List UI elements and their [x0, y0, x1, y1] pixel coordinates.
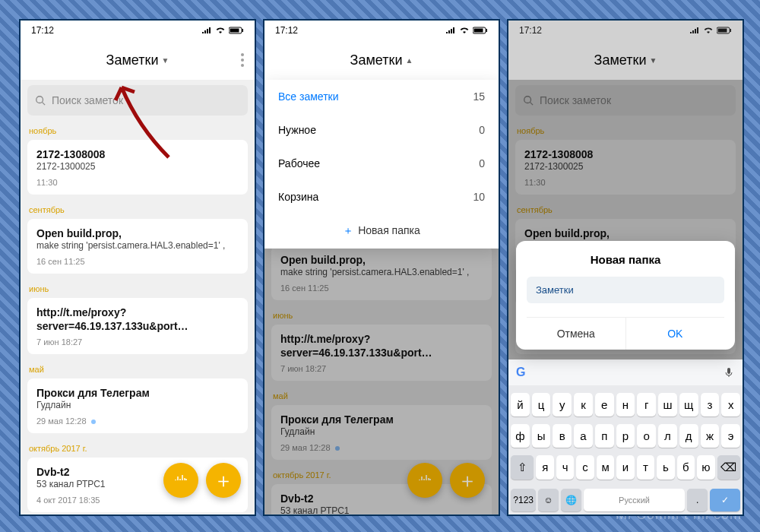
key-letter[interactable]: э	[721, 424, 740, 448]
phone-2: 17:12 Заметки ▲ сентябрьOpen build.prop,…	[263, 19, 500, 516]
key-numbers[interactable]: ?123	[511, 489, 536, 511]
group-header: май	[29, 365, 246, 374]
key-letter[interactable]: ы	[532, 424, 551, 448]
group-header: ноябрь	[29, 126, 246, 135]
key-letter[interactable]: м	[597, 455, 614, 480]
key-letter[interactable]: о	[637, 424, 656, 448]
folder-item[interactable]: Нужное0	[264, 113, 499, 147]
new-folder-button[interactable]: ＋Новая папка	[264, 214, 499, 249]
notes-title-dropdown[interactable]: Заметки ▲	[350, 52, 413, 68]
search-icon	[35, 95, 46, 106]
notes-feed: Поиск заметок ноябрь2172-13080082172-130…	[21, 80, 255, 515]
key-letter[interactable]: ф	[511, 424, 530, 448]
key-letter[interactable]: щ	[679, 393, 698, 416]
folders-menu: Все заметки15Нужное0Рабочее0Корзина10 ＋Н…	[264, 80, 499, 249]
key-letter[interactable]: е	[595, 393, 614, 416]
svg-rect-2	[242, 29, 244, 32]
key-emoji[interactable]: ☺	[538, 489, 559, 511]
note-card[interactable]: http://t.me/proxy?server=46.19.137.133u&…	[27, 298, 248, 354]
key-enter[interactable]: ✓	[710, 489, 740, 511]
key-letter[interactable]: ю	[697, 455, 714, 480]
key-letter[interactable]: г	[637, 393, 656, 416]
dropdown-arrow-icon: ▼	[161, 56, 169, 65]
key-letter[interactable]: х	[721, 393, 740, 416]
key-letter[interactable]: ч	[556, 455, 574, 480]
svg-rect-6	[474, 29, 483, 33]
more-menu-button[interactable]	[241, 53, 244, 67]
keyboard-bottom-row: ?123 ☺ 🌐 Русский . ✓	[508, 489, 743, 515]
wifi-icon	[215, 27, 226, 34]
header: Заметки ▲	[264, 40, 499, 80]
notes-title-dropdown[interactable]: Заметки ▼	[106, 52, 169, 68]
key-letter[interactable]: з	[701, 393, 720, 416]
mic-icon[interactable]	[723, 366, 735, 378]
key-letter[interactable]: я	[536, 455, 553, 480]
dialog-ok-button[interactable]: OK	[626, 318, 725, 350]
key-letter[interactable]: т	[637, 455, 654, 480]
status-bar: 17:12	[264, 21, 499, 40]
battery-icon	[473, 27, 488, 34]
voice-note-fab[interactable]	[163, 463, 198, 498]
key-backspace[interactable]: ⌫	[717, 455, 740, 480]
dialog-title: Новая папка	[527, 253, 724, 266]
key-letter[interactable]: к	[574, 393, 593, 416]
key-letter[interactable]: в	[553, 424, 572, 448]
status-time: 17:12	[31, 25, 54, 36]
svg-rect-13	[727, 368, 730, 374]
wifi-icon	[459, 27, 470, 34]
svg-rect-7	[486, 29, 488, 32]
key-letter[interactable]: и	[616, 455, 634, 480]
key-globe[interactable]: 🌐	[561, 489, 581, 511]
folder-item[interactable]: Корзина10	[264, 180, 499, 214]
dialog-cancel-button[interactable]: Отмена	[527, 318, 626, 350]
key-shift[interactable]: ⇧	[511, 455, 534, 480]
key-letter[interactable]: с	[576, 455, 594, 480]
key-letter[interactable]: а	[574, 424, 593, 448]
key-period[interactable]: .	[687, 489, 708, 511]
status-time: 17:12	[275, 25, 298, 36]
svg-rect-1	[230, 29, 239, 33]
svg-line-4	[43, 103, 46, 106]
new-folder-dialog: Новая папка Заметки Отмена OK	[516, 241, 735, 350]
key-letter[interactable]: у	[553, 393, 572, 416]
folder-item[interactable]: Рабочее0	[264, 147, 499, 180]
key-letter[interactable]: н	[616, 393, 635, 416]
status-bar: 17:12	[21, 21, 255, 40]
add-note-fab[interactable]: ＋	[206, 463, 241, 498]
key-letter[interactable]: ж	[701, 424, 720, 448]
note-card[interactable]: 2172-13080082172-130002511:30	[27, 140, 248, 195]
key-letter[interactable]: ш	[658, 393, 677, 416]
key-letter[interactable]: р	[616, 424, 635, 448]
key-letter[interactable]: б	[677, 455, 695, 480]
battery-icon	[229, 27, 244, 34]
search-input[interactable]: Поиск заметок	[27, 85, 248, 116]
phone-3: 17:12 Заметки ▼ Поиск заметок ноябрь2172…	[507, 19, 744, 516]
group-header: сентябрь	[29, 205, 246, 214]
header: Заметки ▼	[21, 40, 255, 80]
folder-item[interactable]: Все заметки15	[264, 80, 499, 113]
key-letter[interactable]: л	[658, 424, 677, 448]
key-letter[interactable]: п	[595, 424, 614, 448]
key-letter[interactable]: й	[511, 393, 530, 416]
keyboard: G йцукенгшщзхфывапролджэ⇧ячсмитьбю⌫ ?123…	[508, 359, 743, 515]
note-card[interactable]: Прокси для ТелеграмГудлайн29 мая 12:28	[27, 378, 248, 433]
phone-1: 17:12 Заметки ▼ Поиск заметок ноябрь2172…	[19, 19, 256, 516]
key-letter[interactable]: ц	[532, 393, 551, 416]
svg-point-3	[36, 97, 43, 103]
group-header: июнь	[29, 284, 246, 293]
signal-icon	[201, 27, 212, 34]
keyboard-suggestions: G	[508, 359, 743, 385]
google-icon[interactable]: G	[516, 366, 525, 379]
group-header: октябрь 2017 г.	[29, 444, 246, 453]
key-space[interactable]: Русский	[584, 489, 685, 511]
dropdown-arrow-icon: ▲	[405, 56, 413, 65]
key-letter[interactable]: ь	[657, 455, 674, 480]
key-letter[interactable]: д	[679, 424, 698, 448]
note-card[interactable]: Open build.prop,make string 'persist.cam…	[27, 219, 248, 274]
folder-name-input[interactable]: Заметки	[527, 277, 724, 303]
signal-icon	[445, 27, 456, 34]
